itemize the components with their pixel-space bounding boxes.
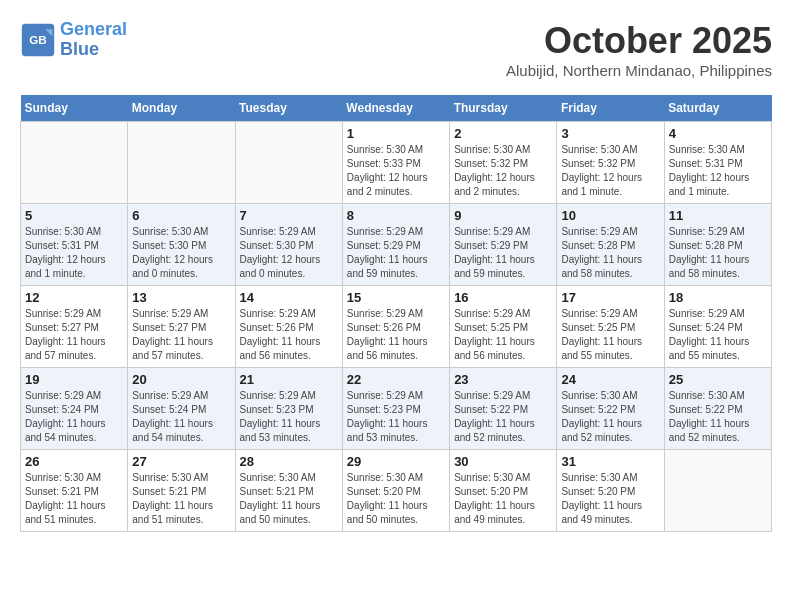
day-number: 14 [240,290,338,305]
calendar-cell: 3Sunrise: 5:30 AM Sunset: 5:32 PM Daylig… [557,122,664,204]
location: Alubijid, Northern Mindanao, Philippines [506,62,772,79]
day-info: Sunrise: 5:30 AM Sunset: 5:20 PM Dayligh… [561,471,659,527]
day-info: Sunrise: 5:29 AM Sunset: 5:24 PM Dayligh… [132,389,230,445]
day-number: 29 [347,454,445,469]
day-info: Sunrise: 5:30 AM Sunset: 5:21 PM Dayligh… [132,471,230,527]
day-info: Sunrise: 5:29 AM Sunset: 5:29 PM Dayligh… [454,225,552,281]
day-info: Sunrise: 5:30 AM Sunset: 5:32 PM Dayligh… [454,143,552,199]
day-number: 20 [132,372,230,387]
logo-line1: General [60,19,127,39]
day-info: Sunrise: 5:30 AM Sunset: 5:32 PM Dayligh… [561,143,659,199]
day-info: Sunrise: 5:29 AM Sunset: 5:25 PM Dayligh… [561,307,659,363]
day-number: 28 [240,454,338,469]
day-info: Sunrise: 5:30 AM Sunset: 5:20 PM Dayligh… [454,471,552,527]
day-info: Sunrise: 5:30 AM Sunset: 5:21 PM Dayligh… [240,471,338,527]
weekday-header-saturday: Saturday [664,95,771,122]
day-info: Sunrise: 5:29 AM Sunset: 5:23 PM Dayligh… [347,389,445,445]
day-number: 2 [454,126,552,141]
weekday-header-friday: Friday [557,95,664,122]
calendar-week-1: 1Sunrise: 5:30 AM Sunset: 5:33 PM Daylig… [21,122,772,204]
logo-text: General Blue [60,20,127,60]
day-info: Sunrise: 5:29 AM Sunset: 5:29 PM Dayligh… [347,225,445,281]
calendar-cell: 13Sunrise: 5:29 AM Sunset: 5:27 PM Dayli… [128,286,235,368]
calendar-cell: 25Sunrise: 5:30 AM Sunset: 5:22 PM Dayli… [664,368,771,450]
day-number: 7 [240,208,338,223]
weekday-header-sunday: Sunday [21,95,128,122]
day-info: Sunrise: 5:30 AM Sunset: 5:22 PM Dayligh… [669,389,767,445]
day-number: 15 [347,290,445,305]
day-info: Sunrise: 5:30 AM Sunset: 5:30 PM Dayligh… [132,225,230,281]
calendar-cell: 23Sunrise: 5:29 AM Sunset: 5:22 PM Dayli… [450,368,557,450]
calendar-cell: 26Sunrise: 5:30 AM Sunset: 5:21 PM Dayli… [21,450,128,532]
calendar-cell: 9Sunrise: 5:29 AM Sunset: 5:29 PM Daylig… [450,204,557,286]
day-number: 8 [347,208,445,223]
calendar-cell [235,122,342,204]
day-number: 12 [25,290,123,305]
calendar: SundayMondayTuesdayWednesdayThursdayFrid… [20,95,772,532]
weekday-header-tuesday: Tuesday [235,95,342,122]
day-number: 16 [454,290,552,305]
calendar-cell: 12Sunrise: 5:29 AM Sunset: 5:27 PM Dayli… [21,286,128,368]
calendar-cell [664,450,771,532]
day-number: 11 [669,208,767,223]
day-number: 6 [132,208,230,223]
calendar-cell: 31Sunrise: 5:30 AM Sunset: 5:20 PM Dayli… [557,450,664,532]
day-number: 10 [561,208,659,223]
day-number: 21 [240,372,338,387]
day-number: 5 [25,208,123,223]
day-info: Sunrise: 5:29 AM Sunset: 5:25 PM Dayligh… [454,307,552,363]
logo-line2: Blue [60,39,99,59]
calendar-cell: 24Sunrise: 5:30 AM Sunset: 5:22 PM Dayli… [557,368,664,450]
calendar-week-5: 26Sunrise: 5:30 AM Sunset: 5:21 PM Dayli… [21,450,772,532]
day-info: Sunrise: 5:29 AM Sunset: 5:27 PM Dayligh… [25,307,123,363]
weekday-header-thursday: Thursday [450,95,557,122]
calendar-cell: 15Sunrise: 5:29 AM Sunset: 5:26 PM Dayli… [342,286,449,368]
calendar-cell: 22Sunrise: 5:29 AM Sunset: 5:23 PM Dayli… [342,368,449,450]
day-number: 9 [454,208,552,223]
calendar-cell: 8Sunrise: 5:29 AM Sunset: 5:29 PM Daylig… [342,204,449,286]
day-info: Sunrise: 5:29 AM Sunset: 5:26 PM Dayligh… [240,307,338,363]
calendar-cell: 6Sunrise: 5:30 AM Sunset: 5:30 PM Daylig… [128,204,235,286]
day-number: 27 [132,454,230,469]
calendar-cell: 2Sunrise: 5:30 AM Sunset: 5:32 PM Daylig… [450,122,557,204]
day-number: 23 [454,372,552,387]
day-number: 24 [561,372,659,387]
day-info: Sunrise: 5:29 AM Sunset: 5:26 PM Dayligh… [347,307,445,363]
calendar-cell: 18Sunrise: 5:29 AM Sunset: 5:24 PM Dayli… [664,286,771,368]
day-info: Sunrise: 5:29 AM Sunset: 5:24 PM Dayligh… [25,389,123,445]
calendar-cell: 29Sunrise: 5:30 AM Sunset: 5:20 PM Dayli… [342,450,449,532]
weekday-header-row: SundayMondayTuesdayWednesdayThursdayFrid… [21,95,772,122]
day-info: Sunrise: 5:30 AM Sunset: 5:22 PM Dayligh… [561,389,659,445]
day-number: 19 [25,372,123,387]
svg-text:GB: GB [29,32,47,45]
day-info: Sunrise: 5:30 AM Sunset: 5:31 PM Dayligh… [25,225,123,281]
calendar-week-2: 5Sunrise: 5:30 AM Sunset: 5:31 PM Daylig… [21,204,772,286]
day-info: Sunrise: 5:30 AM Sunset: 5:33 PM Dayligh… [347,143,445,199]
calendar-cell: 11Sunrise: 5:29 AM Sunset: 5:28 PM Dayli… [664,204,771,286]
day-number: 22 [347,372,445,387]
day-number: 4 [669,126,767,141]
day-info: Sunrise: 5:29 AM Sunset: 5:24 PM Dayligh… [669,307,767,363]
calendar-cell: 5Sunrise: 5:30 AM Sunset: 5:31 PM Daylig… [21,204,128,286]
day-info: Sunrise: 5:29 AM Sunset: 5:30 PM Dayligh… [240,225,338,281]
weekday-header-monday: Monday [128,95,235,122]
weekday-header-wednesday: Wednesday [342,95,449,122]
day-number: 18 [669,290,767,305]
calendar-cell: 16Sunrise: 5:29 AM Sunset: 5:25 PM Dayli… [450,286,557,368]
calendar-week-4: 19Sunrise: 5:29 AM Sunset: 5:24 PM Dayli… [21,368,772,450]
calendar-cell [21,122,128,204]
day-info: Sunrise: 5:29 AM Sunset: 5:23 PM Dayligh… [240,389,338,445]
calendar-cell: 7Sunrise: 5:29 AM Sunset: 5:30 PM Daylig… [235,204,342,286]
calendar-cell: 20Sunrise: 5:29 AM Sunset: 5:24 PM Dayli… [128,368,235,450]
logo-icon: GB [20,22,56,58]
day-number: 1 [347,126,445,141]
day-number: 31 [561,454,659,469]
calendar-cell: 19Sunrise: 5:29 AM Sunset: 5:24 PM Dayli… [21,368,128,450]
calendar-cell: 1Sunrise: 5:30 AM Sunset: 5:33 PM Daylig… [342,122,449,204]
day-info: Sunrise: 5:30 AM Sunset: 5:20 PM Dayligh… [347,471,445,527]
day-info: Sunrise: 5:29 AM Sunset: 5:22 PM Dayligh… [454,389,552,445]
calendar-cell: 4Sunrise: 5:30 AM Sunset: 5:31 PM Daylig… [664,122,771,204]
day-info: Sunrise: 5:29 AM Sunset: 5:28 PM Dayligh… [669,225,767,281]
calendar-cell [128,122,235,204]
day-info: Sunrise: 5:30 AM Sunset: 5:31 PM Dayligh… [669,143,767,199]
